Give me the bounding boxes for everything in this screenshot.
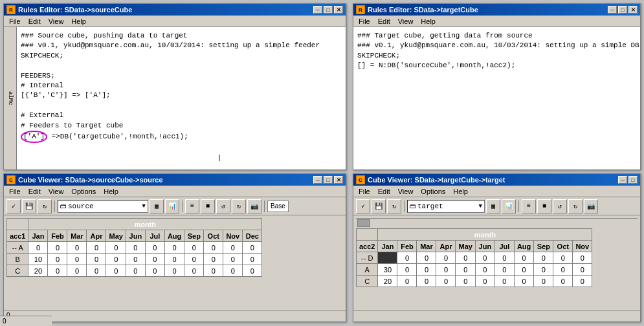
cell[interactable]: 0 (475, 252, 494, 264)
cell[interactable]: 0 (106, 265, 126, 277)
cube-select-label[interactable]: source (67, 202, 142, 210)
cell[interactable]: 0 (514, 252, 533, 264)
cell[interactable]: 0 (243, 254, 262, 265)
toolbar-check[interactable]: ✓ (6, 199, 21, 213)
cell[interactable]: 0 (475, 276, 494, 287)
row-label-a[interactable]: -- A (7, 242, 28, 254)
target-code-area[interactable]: ### Target cube, getting data from sourc… (353, 27, 640, 169)
toolbar-stop-t[interactable]: ■ (537, 199, 551, 213)
cell[interactable]: 0 (145, 254, 164, 265)
row-label-b[interactable]: B (7, 254, 28, 265)
toolbar-refresh-t[interactable]: ↻ (387, 199, 401, 213)
toolbar-camera-t[interactable]: 📷 (584, 199, 598, 213)
cell[interactable]: 0 (126, 265, 145, 277)
cv-menu-options[interactable]: Options (67, 186, 100, 197)
toolbar-redo[interactable]: ↻ (232, 199, 246, 213)
row-label-d[interactable]: -- D (357, 252, 378, 264)
cell[interactable]: 0 (223, 254, 243, 265)
toolbar-export-t[interactable]: 📊 (502, 199, 516, 213)
toolbar-camera[interactable]: 📷 (247, 199, 261, 213)
source-code-area[interactable]: ### Source cube, pushing data to target … (17, 27, 346, 169)
cell[interactable]: 0 (87, 242, 106, 254)
cell[interactable]: 10 (28, 254, 48, 265)
cell[interactable]: 0 (397, 264, 417, 276)
cv-menu-edit[interactable]: Edit (25, 186, 45, 197)
toolbar-refresh[interactable]: ↻ (38, 199, 52, 213)
toolbar-stop[interactable]: ■ (201, 199, 215, 213)
cube-viewer-source-titlebar[interactable]: C Cube Viewer: SData->sourceCube->source… (4, 174, 346, 186)
cell[interactable]: 0 (436, 264, 456, 276)
dropdown-arrow[interactable]: ▼ (142, 203, 146, 210)
maximize-button[interactable]: □ (324, 6, 333, 14)
toolbar-redo-t[interactable]: ↻ (568, 199, 583, 213)
cell[interactable]: 0 (87, 254, 106, 265)
cell[interactable]: 0 (573, 276, 592, 287)
rules-editor-target-titlebar[interactable]: R Rules Editor: SData->targetCube ─ □ ✕ (353, 4, 640, 16)
toolbar-grid-t[interactable]: ▦ (486, 199, 500, 213)
menu-view-t[interactable]: View (394, 16, 417, 27)
rules-editor-source-titlebar[interactable]: R Rules Editor: SData->sourceCube ─ □ ✕ (4, 4, 346, 16)
cell-dark[interactable] (378, 252, 397, 264)
cv-menu-view[interactable]: View (45, 186, 68, 197)
toolbar-save-t[interactable]: 💾 (372, 199, 386, 213)
toolbar-save[interactable]: 💾 (22, 199, 36, 213)
cell[interactable]: 0 (67, 265, 87, 277)
cell[interactable]: 0 (243, 242, 262, 254)
cell[interactable]: 0 (145, 242, 164, 254)
cell[interactable]: 0 (48, 242, 67, 254)
cell[interactable]: 0 (243, 265, 262, 277)
cell[interactable]: 0 (48, 254, 67, 265)
cell[interactable]: 0 (417, 264, 436, 276)
target-cube-select-label[interactable]: target (416, 202, 479, 210)
cell[interactable]: 0 (456, 264, 475, 276)
cell[interactable]: 0 (573, 252, 592, 264)
cell[interactable]: 0 (204, 265, 223, 277)
cell[interactable]: 0 (223, 242, 243, 254)
row-label-ta[interactable]: A (357, 264, 378, 276)
cell[interactable]: 0 (553, 264, 573, 276)
toolbar-undo-t[interactable]: ↺ (553, 199, 567, 213)
cell[interactable]: 0 (456, 252, 475, 264)
menu-edit[interactable]: Edit (25, 16, 45, 27)
menu-file[interactable]: File (5, 16, 25, 27)
cell[interactable]: 0 (534, 252, 553, 264)
cell[interactable]: 0 (456, 276, 475, 287)
maximize-btn-cvt[interactable]: □ (628, 176, 638, 184)
row-label-c[interactable]: C (7, 265, 28, 277)
cell[interactable]: 0 (534, 276, 553, 287)
scrollbar-top[interactable] (356, 218, 638, 227)
cell[interactable]: 20 (28, 265, 48, 277)
cv-menu-file[interactable]: File (5, 186, 25, 197)
cell[interactable]: 0 (223, 265, 243, 277)
cv-menu-help[interactable]: Help (100, 186, 122, 197)
cell[interactable]: 0 (126, 242, 145, 254)
cell[interactable]: 0 (184, 265, 204, 277)
cell[interactable]: 0 (494, 276, 514, 287)
cell[interactable]: 0 (67, 242, 87, 254)
menu-view[interactable]: View (45, 16, 68, 27)
toolbar-export[interactable]: 📊 (165, 199, 179, 213)
cell[interactable]: 0 (417, 252, 436, 264)
cell[interactable]: 0 (534, 264, 553, 276)
cell[interactable]: 0 (164, 265, 184, 277)
cell[interactable]: 0 (164, 254, 184, 265)
toolbar-grid[interactable]: ▦ (150, 199, 164, 213)
cell[interactable]: 0 (436, 252, 456, 264)
toolbar-check-t[interactable]: ✓ (356, 199, 370, 213)
toolbar-undo[interactable]: ↺ (216, 199, 230, 213)
cvt-menu-view[interactable]: View (394, 186, 417, 197)
toolbar-rows[interactable]: ≡ (185, 199, 199, 213)
cell[interactable]: 0 (106, 254, 126, 265)
cvt-menu-help[interactable]: Help (449, 186, 472, 197)
cell[interactable]: 0 (106, 242, 126, 254)
menu-edit-t[interactable]: Edit (374, 16, 394, 27)
menu-help[interactable]: Help (67, 16, 90, 27)
maximize-button-target[interactable]: □ (618, 6, 627, 14)
cell[interactable]: 0 (436, 276, 456, 287)
close-button-target[interactable]: ✕ (628, 6, 638, 14)
menu-help-t[interactable]: Help (417, 16, 439, 27)
cvt-menu-file[interactable]: File (355, 186, 374, 197)
minimize-btn-cvs[interactable]: ─ (313, 176, 322, 184)
cell[interactable]: 0 (184, 242, 204, 254)
cell[interactable]: 0 (514, 276, 533, 287)
